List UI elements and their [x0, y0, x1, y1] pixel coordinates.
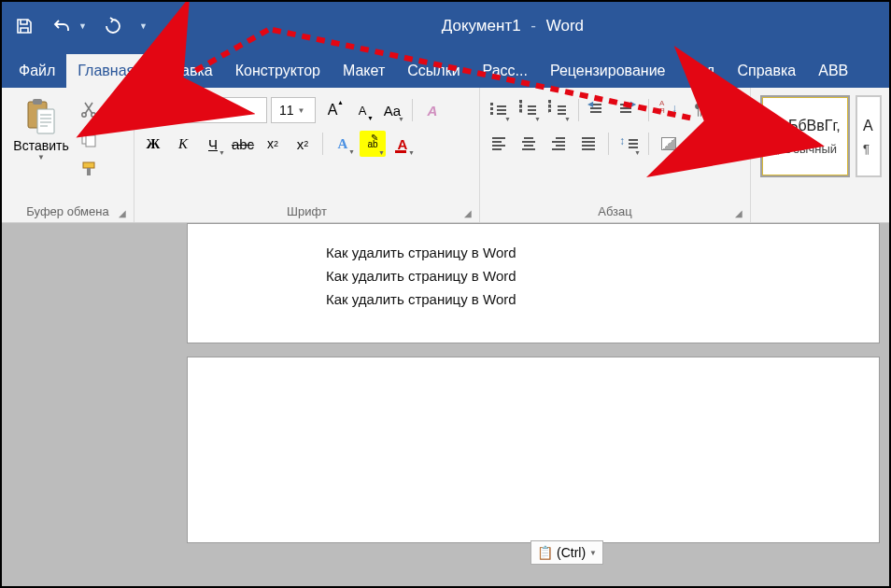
grow-font-button[interactable]: A — [319, 97, 346, 123]
style-preview: А — [863, 118, 873, 134]
svg-rect-8 — [87, 168, 91, 175]
svg-rect-1 — [33, 99, 42, 105]
align-left-button[interactable] — [486, 131, 512, 157]
align-center-button[interactable] — [516, 131, 542, 157]
group-label-clipboard: Буфер обмена ◢ — [7, 202, 128, 222]
show-marks-button[interactable]: ¶ — [686, 97, 712, 123]
svg-rect-7 — [83, 162, 94, 168]
redo-icon[interactable] — [102, 15, 124, 37]
align-right-button[interactable] — [545, 131, 572, 157]
tab-addin[interactable]: ABB — [807, 54, 859, 88]
font-color-button[interactable]: A▼ — [389, 131, 416, 157]
font-size-combo[interactable]: 11▼ — [271, 97, 316, 123]
tab-layout[interactable]: Макет — [332, 54, 396, 88]
clipboard-launcher-icon[interactable]: ◢ — [119, 208, 126, 218]
group-label-styles — [757, 202, 884, 222]
format-painter-button[interactable] — [78, 159, 99, 179]
ribbon-tabs: Файл Главная Вставка Конструктор Макет С… — [2, 50, 889, 88]
group-label-font: Шрифт ◢ — [140, 202, 474, 222]
tab-insert[interactable]: Вставка — [146, 54, 223, 88]
separator — [578, 99, 579, 121]
quick-access-toolbar: ▼ ▼ — [13, 15, 148, 37]
strikethrough-button[interactable]: abc — [230, 131, 256, 157]
undo-dropdown-icon[interactable]: ▼ — [78, 21, 87, 31]
svg-point-4 — [92, 113, 95, 117]
separator — [322, 133, 323, 155]
title-separator: - — [530, 17, 536, 35]
separator — [412, 99, 413, 121]
font-launcher-icon[interactable]: ◢ — [464, 208, 472, 218]
tab-file[interactable]: Файл — [7, 54, 66, 88]
group-styles: АаБбВвГг, ¶ Обычный А ¶ — [751, 88, 889, 222]
underline-button[interactable]: Ч▼ — [200, 131, 226, 157]
document-name: Документ1 — [442, 17, 521, 35]
text-line[interactable]: Как удалить страницу в Word — [326, 291, 879, 307]
multilevel-list-button[interactable]: ▼ — [545, 97, 572, 123]
document-area[interactable]: Как удалить страницу в Word Как удалить … — [2, 223, 889, 588]
paste-label: Вставить — [13, 138, 68, 153]
chevron-down-icon[interactable]: ▼ — [229, 106, 236, 115]
qat-customize-icon[interactable]: ▼ — [139, 21, 148, 31]
ribbon: Вставить ▼ Буфер обмена ◢ Calibri (Осно▼… — [2, 88, 889, 223]
tab-mailings[interactable]: Расс... — [472, 54, 539, 88]
paste-button[interactable]: Вставить ▼ — [7, 91, 75, 161]
text-line[interactable]: Как удалить страницу в Word — [326, 268, 879, 284]
sort-button[interactable] — [656, 97, 682, 123]
bullets-button[interactable]: ▼ — [486, 97, 512, 123]
paste-options-tag[interactable]: 📋 (Ctrl) ▼ — [530, 540, 603, 565]
paste-options-label: (Ctrl) — [557, 545, 586, 560]
separator — [608, 133, 609, 155]
text-effects-button[interactable]: A▼ — [330, 131, 356, 157]
tab-view[interactable]: Вид — [676, 54, 726, 88]
group-paragraph: ▼ ▼ ▼ ¶ ▼ ▼ ▼ Аб — [480, 88, 751, 222]
increase-indent-button[interactable] — [615, 97, 642, 123]
superscript-button[interactable]: x2 — [290, 131, 316, 157]
tab-review[interactable]: Рецензирование — [539, 54, 677, 88]
tab-home[interactable]: Главная — [66, 54, 146, 88]
page-1[interactable]: Как удалить страницу в Word Как удалить … — [187, 223, 880, 343]
paste-icon — [22, 97, 60, 136]
group-clipboard: Вставить ▼ Буфер обмена ◢ — [2, 88, 134, 222]
cut-button[interactable] — [78, 99, 99, 119]
shading-button[interactable]: ▼ — [656, 131, 682, 157]
page-2[interactable] — [187, 357, 880, 543]
borders-button[interactable]: ▼ — [686, 131, 712, 157]
highlight-button[interactable]: ✎▼ — [360, 131, 386, 157]
separator — [648, 99, 649, 121]
chevron-down-icon[interactable]: ▼ — [298, 106, 305, 115]
borders-icon — [692, 137, 705, 150]
style-normal[interactable]: АаБбВвГг, ¶ Обычный — [760, 95, 850, 177]
tab-help[interactable]: Справка — [726, 54, 807, 88]
paragraph-launcher-icon[interactable]: ◢ — [735, 208, 742, 218]
style-name: ¶ Обычный — [773, 142, 837, 156]
save-icon[interactable] — [13, 15, 35, 37]
title-bar: ▼ ▼ Документ1 - Word — [2, 2, 889, 50]
bold-button[interactable]: Ж — [140, 131, 166, 157]
shrink-font-button[interactable]: A — [349, 97, 375, 123]
line-spacing-button[interactable]: ▼ — [615, 131, 642, 157]
text-line[interactable]: Как удалить страницу в Word — [326, 245, 879, 260]
subscript-button[interactable]: x2 — [260, 131, 286, 157]
clear-formatting-button[interactable]: A — [419, 97, 446, 123]
shading-icon — [661, 137, 676, 150]
tab-design[interactable]: Конструктор — [224, 54, 332, 88]
tab-references[interactable]: Ссылки — [396, 54, 471, 88]
justify-button[interactable] — [575, 131, 601, 157]
window-title: Документ1 - Word — [148, 17, 878, 35]
clipboard-icon: 📋 — [537, 545, 553, 560]
copy-button[interactable] — [78, 129, 99, 149]
group-label-paragraph: Абзац ◢ — [486, 202, 744, 222]
numbering-button[interactable]: ▼ — [516, 97, 542, 123]
style-preview: АаБбВвГг, — [770, 118, 841, 134]
italic-button[interactable]: К — [170, 131, 196, 157]
style-name: ¶ — [863, 142, 870, 156]
font-name-combo[interactable]: Calibri (Осно▼ — [140, 97, 267, 123]
undo-icon[interactable] — [50, 15, 73, 37]
paste-dropdown-icon[interactable]: ▼ — [37, 153, 45, 161]
app-name: Word — [546, 17, 584, 35]
chevron-down-icon[interactable]: ▼ — [589, 549, 597, 557]
svg-rect-2 — [37, 109, 54, 133]
style-next[interactable]: А ¶ — [856, 95, 882, 177]
decrease-indent-button[interactable] — [586, 97, 612, 123]
change-case-button[interactable]: Aa▼ — [379, 97, 405, 123]
